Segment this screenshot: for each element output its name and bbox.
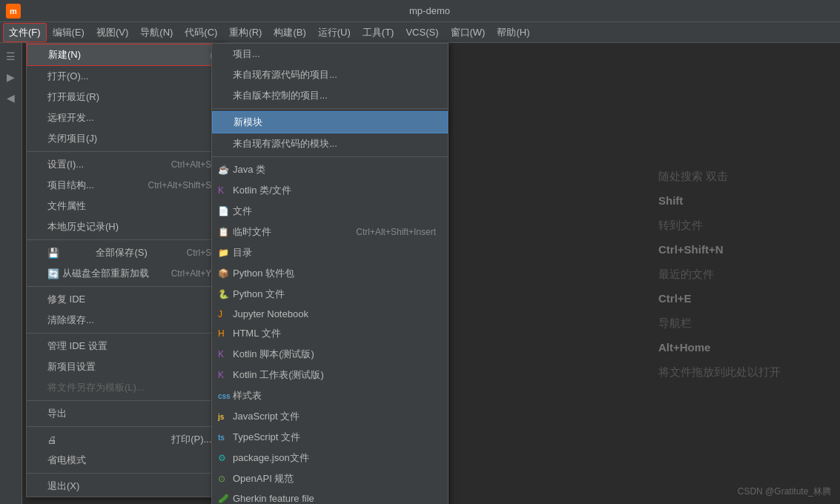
new-submenu-from-vcs[interactable]: 来自版本控制的项目... (212, 85, 448, 106)
new-submenu-new-module[interactable]: 新模块 (212, 111, 448, 133)
file-menu-power-save[interactable]: 省电模式 (27, 450, 223, 471)
file-menu-remote-dev[interactable]: 远程开发... (27, 107, 223, 128)
new-submenu-directory[interactable]: 📁 目录 (212, 242, 448, 263)
file-menu-dropdown[interactable]: 新建(N) 打开(O)... 打开最近(R) 远程开发... 关闭项目(J) 设… (26, 43, 224, 497)
file-menu-file-properties[interactable]: 文件属性 (27, 196, 223, 216)
python-package-icon: 📦 (218, 268, 229, 279)
new-submenu-python-file[interactable]: 🐍 Python 文件 (212, 284, 448, 305)
ts-icon: ts (218, 434, 225, 442)
app-logo: m (6, 4, 21, 19)
scratch-icon: 📋 (218, 227, 229, 237)
new-submenu-package-json[interactable]: ⚙ package.json文件 (212, 448, 448, 468)
hint-recent-files: 最近的文件 Ctrl+E (658, 262, 781, 311)
hint-navbar: 导航栏 Alt+Home (658, 311, 781, 359)
file-menu-print[interactable]: 🖨 打印(P)... (27, 429, 223, 450)
file-sep-3 (27, 286, 223, 287)
new-submenu-from-source-module[interactable]: 来自现有源代码的模块... (212, 133, 448, 154)
editor-hints: 随处搜索 双击 Shift 转到文件 Ctrl+Shift+N 最近的文件 Ct… (658, 164, 781, 384)
css-icon: css (218, 392, 231, 400)
file-menu-close-project[interactable]: 关闭项目(J) (27, 128, 223, 149)
package-icon: ⚙ (218, 453, 226, 463)
new-submenu-gherkin[interactable]: 🥒 Gherkin feature file (212, 489, 448, 504)
watermark: CSDN @Gratitute_林腾 (738, 485, 831, 498)
file-menu-exit[interactable]: 退出(X) (27, 476, 223, 497)
file-menu-save-as-template: 将文件另存为模板(L)... (27, 377, 223, 398)
js-icon: js (218, 413, 224, 421)
menu-item-refactor[interactable]: 重构(R) (223, 23, 268, 42)
new-submenu-from-source[interactable]: 来自现有源代码的项目... (212, 64, 448, 85)
sidebar-icon-1[interactable]: ☰ (2, 47, 20, 65)
menu-item-file[interactable]: 文件(F) (3, 23, 47, 42)
menu-item-vcs[interactable]: VCS(S) (400, 24, 444, 41)
menu-item-view[interactable]: 视图(V) (90, 23, 134, 42)
new-submenu-kotlin-class[interactable]: K Kotlin 类/文件 (212, 180, 448, 201)
file-menu-local-history[interactable]: 本地历史记录(H) (27, 216, 223, 237)
file-icon: 📄 (218, 206, 229, 216)
gherkin-icon: 🥒 (218, 494, 229, 504)
app-title: mp-demo (25, 5, 834, 16)
menu-item-run[interactable]: 运行(U) (312, 23, 357, 42)
hint-search: 随处搜索 双击 Shift (658, 164, 781, 213)
kotlin-script-icon: K (218, 349, 224, 359)
new-submenu-java-class[interactable]: ☕ Java 类 (212, 159, 448, 180)
menu-item-help[interactable]: 帮助(H) (491, 23, 535, 42)
file-menu-project-structure[interactable]: 项目结构... Ctrl+Alt+Shift+S (27, 175, 223, 196)
file-menu-save-all[interactable]: 💾 全部保存(S) Ctrl+S (27, 242, 223, 263)
java-icon: ☕ (218, 165, 229, 175)
new-submenu-project[interactable]: 项目... (212, 44, 448, 64)
sidebar: ☰ ▶ ◀ (0, 43, 22, 504)
hint-drag-drop: 将文件拖放到此处以打开 (658, 359, 781, 384)
new-sep-1 (212, 108, 448, 109)
sidebar-icon-3[interactable]: ◀ (2, 89, 20, 107)
file-menu-reload[interactable]: 🔄 从磁盘全部重新加载 Ctrl+Alt+Y (27, 263, 223, 284)
file-menu-new-project-settings[interactable]: 新项目设置 (27, 357, 223, 377)
menu-item-tools[interactable]: 工具(T) (357, 23, 400, 42)
new-submenu[interactable]: 项目... 来自现有源代码的项目... 来自版本控制的项目... 新模块 来自现… (211, 43, 449, 504)
file-sep-5 (27, 400, 223, 401)
file-menu-manage-ide[interactable]: 管理 IDE 设置 (27, 336, 223, 357)
jupyter-icon: J (218, 309, 222, 319)
file-sep-6 (27, 426, 223, 427)
new-submenu-jupyter[interactable]: J Jupyter Notebook (212, 305, 448, 323)
title-bar: m mp-demo (0, 0, 840, 22)
new-submenu-kotlin-script[interactable]: K Kotlin 脚本(测试版) (212, 344, 448, 365)
file-menu-settings[interactable]: 设置(I)... Ctrl+Alt+S (27, 154, 223, 175)
menu-item-navigate[interactable]: 导航(N) (134, 23, 179, 42)
file-menu-invalidate-caches[interactable]: 清除缓存... (27, 310, 223, 331)
new-submenu-kotlin-worksheet[interactable]: K Kotlin 工作表(测试版) (212, 365, 448, 385)
folder-icon: 📁 (218, 248, 229, 258)
kotlin-worksheet-icon: K (218, 370, 224, 380)
new-submenu-stylesheet[interactable]: css 样式表 (212, 385, 448, 406)
kotlin-icon: K (218, 185, 224, 196)
menu-item-code[interactable]: 代码(C) (179, 23, 223, 42)
menu-item-build[interactable]: 构建(B) (268, 23, 311, 42)
new-submenu-openapi[interactable]: ⊙ OpenAPI 规范 (212, 468, 448, 489)
python-icon: 🐍 (218, 289, 229, 299)
file-menu-open[interactable]: 打开(O)... (27, 66, 223, 87)
file-menu-export[interactable]: 导出 (27, 403, 223, 424)
file-menu-new[interactable]: 新建(N) (27, 44, 223, 66)
openapi-icon: ⊙ (218, 474, 225, 484)
menu-bar: 文件(F) 编辑(E) 视图(V) 导航(N) 代码(C) 重构(R) 构建(B… (0, 22, 840, 43)
new-submenu-html[interactable]: H HTML 文件 (212, 323, 448, 344)
menu-item-window[interactable]: 窗口(W) (445, 23, 492, 42)
new-submenu-file[interactable]: 📄 文件 (212, 201, 448, 222)
file-menu-repair-ide[interactable]: 修复 IDE (27, 289, 223, 310)
file-sep-4 (27, 333, 223, 334)
new-submenu-js-file[interactable]: js JavaScript 文件 (212, 406, 448, 427)
file-sep-7 (27, 473, 223, 474)
file-sep-1 (27, 151, 223, 152)
new-submenu-python-package[interactable]: 📦 Python 软件包 (212, 263, 448, 284)
html-icon: H (218, 328, 225, 339)
file-menu-open-recent[interactable]: 打开最近(R) (27, 87, 223, 107)
new-submenu-ts-file[interactable]: ts TypeScript 文件 (212, 427, 448, 448)
menu-item-edit[interactable]: 编辑(E) (47, 23, 90, 42)
new-sep-2 (212, 156, 448, 157)
hint-goto-file: 转到文件 Ctrl+Shift+N (658, 213, 781, 262)
sidebar-icon-2[interactable]: ▶ (2, 68, 20, 86)
new-submenu-scratch-file[interactable]: 📋 临时文件 Ctrl+Alt+Shift+Insert (212, 222, 448, 242)
file-sep-2 (27, 239, 223, 240)
